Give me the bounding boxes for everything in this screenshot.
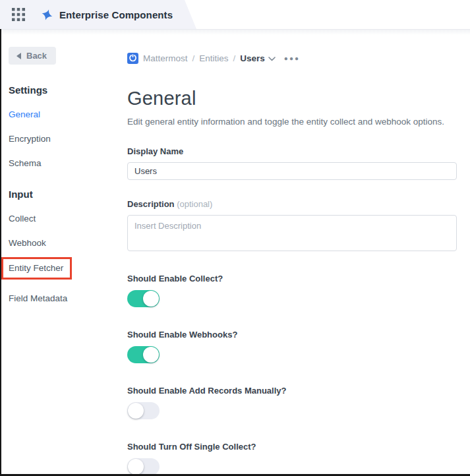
chevron-down-icon: [268, 57, 276, 61]
display-name-label: Display Name: [127, 146, 457, 156]
sidebar-item-encryption[interactable]: Encryption: [9, 134, 119, 144]
breadcrumb-separator: /: [192, 53, 195, 63]
enable-collect-label: Should Enable Collect?: [127, 274, 457, 283]
sidebar-item-general[interactable]: General: [9, 109, 119, 120]
add-records-manually-block: Should Enable Add Records Manually?: [127, 386, 457, 419]
add-records-manually-toggle[interactable]: [127, 402, 160, 419]
app-launcher-grid-icon[interactable]: [12, 8, 25, 21]
enable-collect-block: Should Enable Collect?: [127, 274, 457, 307]
display-name-field-block: Display Name: [127, 146, 457, 180]
enterprise-components-logo-icon: [41, 9, 53, 21]
sidebar-item-webhook[interactable]: Webhook: [9, 238, 119, 249]
app-title: Enterprise Components: [59, 9, 173, 20]
description-textarea[interactable]: [127, 215, 457, 251]
settings-sidebar: Back Settings General Encryption Schema …: [0, 35, 119, 304]
page-subtitle: Edit general entity information and togg…: [127, 117, 457, 127]
general-settings-form: Display Name Description (optional) Shou…: [127, 146, 457, 475]
window-edge-left: [0, 29, 1, 476]
turn-off-single-collect-toggle[interactable]: [127, 458, 160, 475]
sidebar-item-entity-fetcher[interactable]: Entity Fetcher: [9, 263, 63, 274]
sidebar-section-input: Input: [9, 189, 119, 200]
sidebar-section-settings: Settings: [9, 84, 119, 96]
add-records-manually-label: Should Enable Add Records Manually?: [127, 386, 457, 396]
turn-off-single-collect-label: Should Turn Off Single Collect?: [127, 442, 457, 452]
back-arrow-icon: [16, 53, 21, 59]
app-window: Enterprise Components Back Settings Gene…: [0, 0, 470, 476]
breadcrumb: Mattermost / Entities / Users ●●●: [127, 53, 457, 64]
display-name-input[interactable]: [127, 162, 457, 180]
sidebar-item-schema[interactable]: Schema: [9, 158, 119, 169]
toggle-knob: [143, 291, 159, 307]
main-content: Mattermost / Entities / Users ●●● Genera…: [127, 35, 467, 475]
description-field-block: Description (optional): [127, 199, 457, 251]
sidebar-item-collect[interactable]: Collect: [9, 214, 119, 224]
page-title: General: [127, 88, 457, 109]
entity-fetcher-highlight-box: Entity Fetcher: [1, 257, 72, 280]
toggle-knob: [128, 403, 144, 419]
description-optional-hint: (optional): [177, 199, 212, 209]
breadcrumb-app[interactable]: Mattermost: [143, 53, 188, 63]
breadcrumb-separator: /: [233, 53, 236, 63]
toggle-knob: [143, 347, 159, 363]
breadcrumb-current-entity[interactable]: Users: [240, 53, 276, 63]
toggle-knob: [128, 459, 144, 475]
breadcrumb-entities[interactable]: Entities: [199, 53, 228, 63]
breadcrumb-ellipsis-menu-icon[interactable]: ●●●: [284, 55, 300, 62]
enable-webhooks-label: Should Enable Webhooks?: [127, 330, 457, 340]
app-header: Enterprise Components: [0, 0, 470, 29]
breadcrumb-current-label: Users: [240, 53, 265, 63]
enable-webhooks-toggle[interactable]: [127, 346, 160, 363]
header-shadow: [0, 30, 470, 35]
enable-collect-toggle[interactable]: [127, 290, 160, 307]
sidebar-item-field-metadata[interactable]: Field Metadata: [9, 293, 119, 304]
turn-off-single-collect-block: Should Turn Off Single Collect?: [127, 442, 457, 475]
description-label: Description (optional): [127, 199, 457, 209]
back-button[interactable]: Back: [9, 47, 56, 65]
enable-webhooks-block: Should Enable Webhooks?: [127, 330, 457, 363]
description-label-text: Description: [127, 199, 175, 209]
mattermost-icon: [127, 53, 138, 64]
back-button-label: Back: [26, 51, 47, 61]
